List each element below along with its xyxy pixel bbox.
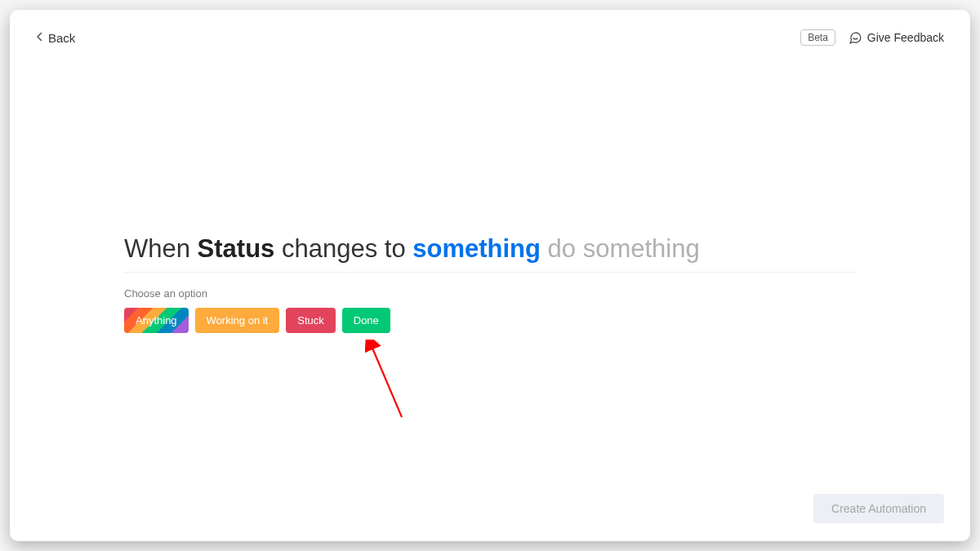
status-option-anything[interactable]: Anything bbox=[124, 308, 189, 333]
automation-builder-window: Back Beta Give Feedback When Status chan… bbox=[10, 10, 970, 541]
create-automation-button[interactable]: Create Automation bbox=[813, 494, 944, 523]
feedback-label: Give Feedback bbox=[867, 31, 944, 44]
back-label: Back bbox=[48, 31, 75, 45]
beta-badge: Beta bbox=[800, 29, 835, 46]
sentence-field-status[interactable]: Status bbox=[198, 234, 275, 263]
header-bar: Back Beta Give Feedback bbox=[10, 10, 970, 51]
give-feedback-button[interactable]: Give Feedback bbox=[849, 31, 944, 45]
builder-main: When Status changes to something do some… bbox=[124, 234, 856, 333]
status-option-stuck[interactable]: Stuck bbox=[286, 308, 336, 333]
svg-line-0 bbox=[372, 346, 402, 417]
annotation-arrow-icon bbox=[365, 340, 414, 429]
sentence-value-placeholder[interactable]: something bbox=[412, 234, 541, 263]
sentence-action-placeholder[interactable]: do something bbox=[541, 234, 700, 263]
feedback-icon bbox=[849, 31, 862, 45]
status-option-done[interactable]: Done bbox=[342, 308, 390, 333]
chevron-left-icon bbox=[36, 31, 43, 44]
automation-sentence: When Status changes to something do some… bbox=[124, 234, 856, 273]
back-button[interactable]: Back bbox=[36, 31, 75, 45]
choose-option-label: Choose an option bbox=[124, 287, 856, 300]
sentence-changes-to: changes to bbox=[274, 234, 412, 263]
status-options-row: Anything Working on it Stuck Done bbox=[124, 308, 856, 333]
status-option-working-on-it[interactable]: Working on it bbox=[195, 308, 280, 333]
sentence-when: When bbox=[124, 234, 198, 263]
header-right: Beta Give Feedback bbox=[800, 29, 944, 46]
footer: Create Automation bbox=[813, 494, 944, 523]
